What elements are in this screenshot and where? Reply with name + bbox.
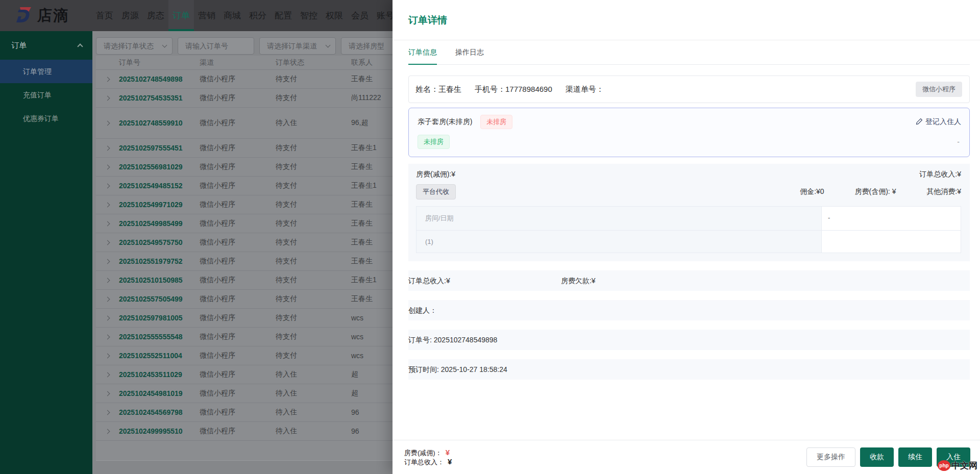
fee-section: 房费(减佣):¥ 订单总收入:¥ 平台代收 佣金:¥0 房费(含佣): ¥ 其他… (408, 164, 970, 261)
total-income-label: 订单总收入:¥ (408, 270, 559, 291)
channel-badge: 微信小程序 (916, 82, 962, 97)
tab-order-info[interactable]: 订单信息 (408, 48, 437, 65)
creator-row: 创建人： (408, 300, 970, 320)
book-time-row: 预订时间: 2025-10-27 18:58:24 (408, 359, 970, 380)
room-assign-tag: 未排房 (418, 135, 450, 149)
guest-phone: 手机号：17778984690 (475, 85, 552, 94)
register-occupant-link[interactable]: 登记入住人 (916, 117, 961, 127)
room-status-tag: 未排房 (480, 115, 512, 129)
room-date-header: 房间/日期 (416, 207, 822, 231)
other-consume-label: 其他消费:¥ (926, 187, 961, 195)
order-income-label: 订单总收入:¥ (919, 170, 961, 179)
drawer-footer: 房费(减佣)：¥ 订单总收入：¥ 更多操作 收款续住入住 (393, 440, 980, 474)
room-card: 亲子套房(未排房) 未排房 登记入住人 未排房 - (408, 108, 970, 157)
drawer-title: 订单详情 (393, 0, 980, 40)
order-no-row: 订单号: 2025102748549898 (408, 330, 970, 350)
edit-pencil-icon (916, 118, 923, 127)
platform-collect-tag: 平台代收 (416, 184, 456, 199)
watermark: php 中文网 (938, 460, 977, 471)
drawer-mask[interactable] (0, 0, 393, 474)
room-date-row-label: (1) (416, 231, 822, 253)
arrears-label: 房费欠款:¥ (561, 277, 596, 285)
occupant-placeholder: - (957, 138, 961, 146)
more-actions-button[interactable]: 更多操作 (806, 447, 855, 467)
commission-label: 佣金:¥0 (800, 187, 824, 195)
guest-name: 姓名：王春生 (415, 85, 461, 94)
watermark-text: 中文网 (951, 460, 977, 471)
room-date-row-value (822, 231, 961, 253)
room-fee-incl-label: 房费(含佣): ¥ (855, 187, 896, 195)
guest-info-card: 姓名：王春生 手机号：17778984690 渠道单号： 微信小程序 (408, 76, 970, 103)
app-root: 店滴 首页房源房态订单营销商城积分配置智控权限会员账号 订单 订单管理充值订单优… (0, 0, 980, 474)
room-date-table: 房间/日期 - (1) (416, 206, 961, 253)
order-detail-drawer: 订单详情 订单信息 操作日志 姓名：王春生 手机号：17778984690 渠道… (393, 0, 980, 474)
footer-fee-summary: 房费(减佣)：¥ 订单总收入：¥ (404, 448, 452, 466)
tab-operation-log[interactable]: 操作日志 (455, 48, 484, 65)
action-button-续住[interactable]: 续住 (898, 447, 932, 467)
room-type-label: 亲子套房(未排房) (418, 117, 472, 127)
room-fee-label: 房费(减佣):¥ (416, 170, 455, 179)
income-arrears-row: 订单总收入:¥ 房费欠款:¥ (408, 270, 970, 291)
footer-income-value: ¥ (448, 457, 452, 466)
action-button-收款[interactable]: 收款 (860, 447, 894, 467)
drawer-tabs: 订单信息 操作日志 (408, 47, 970, 65)
room-date-header-value: - (822, 207, 961, 231)
channel-order-no: 渠道单号： (566, 85, 604, 94)
footer-fee-value: ¥ (446, 448, 450, 457)
watermark-logo: php (938, 460, 950, 471)
